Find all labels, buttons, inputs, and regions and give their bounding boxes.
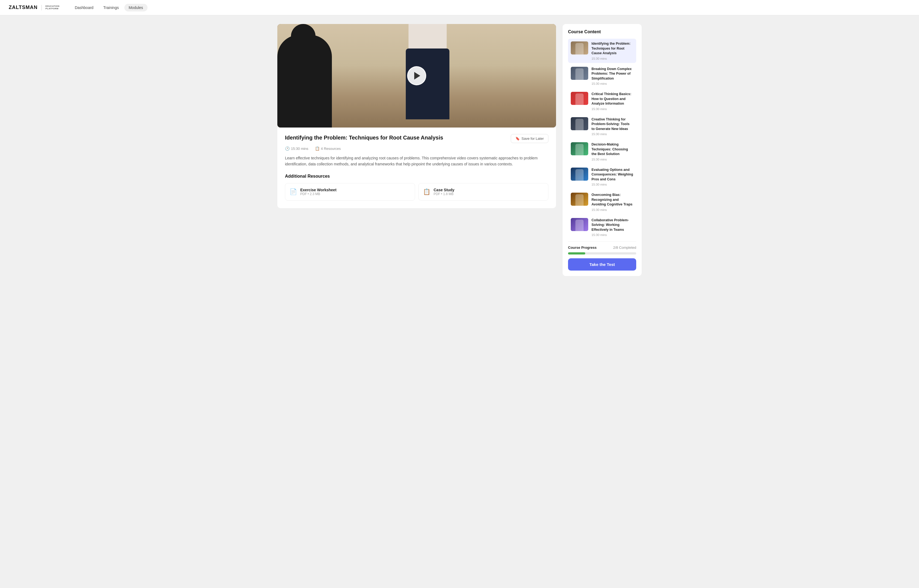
resources-grid: 📄 Exercise Worksheet PDF • 2.3 MB 📋 Case… [285, 183, 548, 200]
course-item-2-duration: 15:30 mins [592, 82, 634, 85]
course-content-panel: Course Content Identifying the Problem: … [562, 24, 642, 276]
thumb-figure-5 [575, 144, 583, 155]
course-item-8-info: Collaborative Problem-Solving: Working E… [592, 218, 634, 237]
course-thumb-5 [571, 142, 588, 155]
lesson-meta: 🕐 15:30 mins 📋 4 Resources [285, 146, 548, 151]
course-item-6-title: Evaluating Options and Consequences: Wei… [592, 168, 634, 182]
course-item-5-title: Decision-Making Techniques: Choosing the… [592, 142, 634, 157]
course-item-2-info: Breaking Down Complex Problems: The Powe… [592, 67, 634, 86]
nav-dashboard[interactable]: Dashboard [70, 4, 98, 11]
clock-icon: 🕐 [285, 146, 290, 151]
course-item-1-title: Identifying the Problem: Techniques for … [592, 41, 634, 56]
resources-icon: 📋 [315, 146, 319, 151]
main-layout: Identifying the Problem: Techniques for … [269, 15, 650, 285]
course-thumb-4 [571, 117, 588, 130]
nav-items: Dashboard Trainings Modules [70, 4, 147, 11]
course-thumb-6 [571, 168, 588, 181]
course-item-2-title: Breaking Down Complex Problems: The Powe… [592, 67, 634, 81]
resource-exercise-worksheet[interactable]: 📄 Exercise Worksheet PDF • 2.3 MB [285, 183, 415, 200]
course-thumb-1 [571, 41, 588, 55]
thumb-figure-7 [575, 194, 583, 206]
navbar: ZALTSMAN EDUCATIONPLATFORM Dashboard Tra… [0, 0, 919, 15]
resource-2-meta: PDF • 1.8 MB [434, 192, 454, 196]
resources-meta: 📋 4 Resources [315, 146, 341, 151]
course-thumb-2 [571, 67, 588, 80]
progress-bar-fill [568, 252, 585, 255]
info-panel: Identifying the Problem: Techniques for … [277, 128, 556, 208]
resource-1-meta: PDF • 2.3 MB [300, 192, 337, 196]
thumb-figure-8 [575, 220, 583, 231]
course-item-2[interactable]: Breaking Down Complex Problems: The Powe… [568, 64, 636, 88]
resource-case-study[interactable]: 📋 Case Study PDF • 1.8 MB [418, 183, 548, 200]
course-item-6[interactable]: Evaluating Options and Consequences: Wei… [568, 165, 636, 189]
resource-2-info: Case Study PDF • 1.8 MB [434, 188, 454, 196]
thumb-figure-2 [575, 68, 583, 80]
course-item-1[interactable]: Identifying the Problem: Techniques for … [568, 39, 636, 63]
logo-text: ZALTSMAN [9, 5, 37, 10]
bookmark-icon: 🔖 [515, 137, 520, 141]
logo-sub: EDUCATIONPLATFORM [45, 5, 60, 10]
take-test-button[interactable]: Take the Test [568, 258, 636, 271]
course-item-5-duration: 15:30 mins [592, 158, 634, 161]
thumb-figure-1 [575, 43, 583, 55]
person-silhouette-left [277, 35, 332, 128]
course-thumb-3 [571, 92, 588, 105]
resources-count: 4 Resources [321, 147, 341, 151]
nav-trainings[interactable]: Trainings [99, 4, 123, 11]
course-item-8[interactable]: Collaborative Problem-Solving: Working E… [568, 215, 636, 239]
logo: ZALTSMAN EDUCATIONPLATFORM [9, 5, 60, 10]
video-background [277, 24, 556, 128]
play-button[interactable] [407, 66, 426, 85]
course-item-4-duration: 15:30 mins [592, 132, 634, 136]
logo-divider [41, 5, 42, 10]
course-item-4-title: Creative Thinking for Problem-Solving: T… [592, 117, 634, 132]
content-area: Identifying the Problem: Techniques for … [277, 24, 556, 276]
save-for-later-button[interactable]: 🔖 Save for Later [511, 134, 548, 143]
duration-meta: 🕐 15:30 mins [285, 146, 308, 151]
video-wrapper [277, 24, 556, 128]
thumb-figure-3 [575, 94, 583, 105]
file-icon-1: 📄 [290, 188, 297, 195]
thumb-figure-4 [575, 119, 583, 130]
resource-1-info: Exercise Worksheet PDF • 2.3 MB [300, 188, 337, 196]
file-icon-2: 📋 [423, 188, 430, 195]
course-item-8-title: Collaborative Problem-Solving: Working E… [592, 218, 634, 233]
course-item-8-duration: 15:30 mins [592, 233, 634, 236]
course-item-7[interactable]: Overcoming Bias: Recognizing and Avoidin… [568, 190, 636, 214]
progress-bar-background [568, 252, 636, 255]
resource-1-name: Exercise Worksheet [300, 188, 337, 192]
course-item-4-info: Creative Thinking for Problem-Solving: T… [592, 117, 634, 136]
lesson-title: Identifying the Problem: Techniques for … [285, 134, 506, 141]
play-icon [414, 72, 420, 79]
course-item-3[interactable]: Critical Thinking Basics: How to Questio… [568, 89, 636, 113]
sidebar: Course Content Identifying the Problem: … [562, 24, 642, 276]
duration-value: 15:30 mins [291, 147, 308, 151]
course-item-5[interactable]: Decision-Making Techniques: Choosing the… [568, 139, 636, 164]
course-thumb-7 [571, 193, 588, 206]
nav-modules[interactable]: Modules [124, 4, 147, 11]
course-item-3-title: Critical Thinking Basics: How to Questio… [592, 92, 634, 106]
course-item-7-duration: 15:30 mins [592, 208, 634, 212]
progress-count: 2/8 Completed [613, 246, 636, 250]
course-item-6-duration: 15:30 mins [592, 183, 634, 186]
additional-resources-title: Additional Resources [285, 174, 548, 179]
course-item-1-info: Identifying the Problem: Techniques for … [592, 41, 634, 60]
lesson-description: Learn effective techniques for identifyi… [285, 155, 548, 167]
course-item-3-duration: 15:30 mins [592, 107, 634, 111]
course-item-4[interactable]: Creative Thinking for Problem-Solving: T… [568, 115, 636, 139]
progress-section: Course Progress 2/8 Completed Take the T… [568, 241, 636, 271]
progress-label: Course Progress [568, 246, 596, 250]
resource-2-name: Case Study [434, 188, 454, 192]
save-btn-label: Save for Later [521, 137, 544, 141]
course-item-3-info: Critical Thinking Basics: How to Questio… [592, 92, 634, 111]
course-thumb-8 [571, 218, 588, 231]
thumb-figure-6 [575, 169, 583, 181]
info-header: Identifying the Problem: Techniques for … [285, 134, 548, 143]
course-item-7-info: Overcoming Bias: Recognizing and Avoidin… [592, 193, 634, 212]
course-item-7-title: Overcoming Bias: Recognizing and Avoidin… [592, 193, 634, 207]
course-content-title: Course Content [568, 29, 636, 34]
course-item-1-duration: 15:30 mins [592, 57, 634, 60]
course-item-5-info: Decision-Making Techniques: Choosing the… [592, 142, 634, 161]
video-player[interactable] [277, 24, 556, 128]
progress-header: Course Progress 2/8 Completed [568, 246, 636, 250]
